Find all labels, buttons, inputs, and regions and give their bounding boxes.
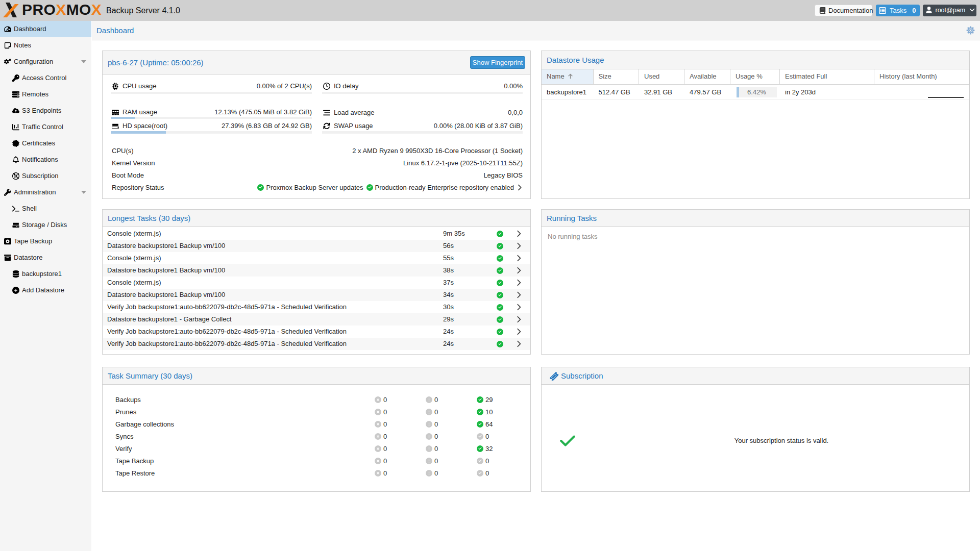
svg-text:PROXMOX: PROXMOX: [22, 1, 102, 18]
